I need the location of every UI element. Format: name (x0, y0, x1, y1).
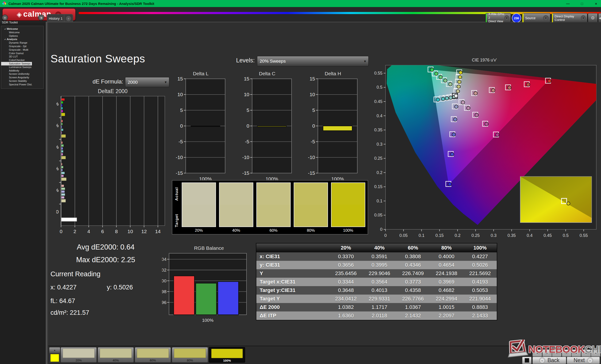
sidebar-item-colorchecker[interactable]: ColorChecker (1, 58, 43, 62)
sidebar-item-options[interactable]: Options (1, 34, 43, 38)
sidebar-item-spectral-power-dist-[interactable]: Spectral Power Dist. (1, 83, 43, 86)
swatch-label: 100% (331, 227, 365, 234)
transport-icon: ▪ (556, 352, 557, 355)
swatch-column-40%: 40% (219, 182, 253, 234)
sidebar-item-label: Screen Angularity (9, 76, 29, 79)
tab-history-1[interactable]: History 1 (47, 14, 64, 22)
tree-expand-icon[interactable]: ◢ (4, 38, 5, 41)
svg-text:10: 10 (128, 229, 133, 234)
workflow-dot-button[interactable]: ● (2, 15, 8, 21)
table-row: Y235.6456229.9046226.7409224.1938221.569… (256, 269, 497, 278)
transport-button-7[interactable]: ▪ (591, 349, 601, 357)
table-value-cell: 1.1717 (363, 303, 396, 311)
sidebar-item-welcome[interactable]: ◢Welcome (1, 27, 43, 31)
svg-text:-5: -5 (245, 139, 249, 144)
collapse-panel-button[interactable]: ◀ (598, 13, 601, 23)
transport-button-1[interactable]: ▪ (532, 349, 542, 357)
pattern-button-60%[interactable]: 60% (135, 347, 171, 363)
pattern-button-40%[interactable]: 40% (98, 347, 134, 363)
levels-select[interactable]: 20% Sweeps ▼ (257, 56, 369, 66)
transport-button-4[interactable]: ▪ (562, 349, 571, 357)
back-arrow-icon: « (539, 357, 545, 363)
display-control-status-bar (552, 13, 553, 22)
swatch-label: 40% (219, 227, 253, 234)
sidebar-item-analysis[interactable]: ◢Analysis (1, 38, 43, 41)
sidebar-item-additivity[interactable]: Additivity (1, 69, 43, 72)
svg-text:96: 96 (162, 300, 166, 305)
expand-arrow-icon[interactable]: ▲ (49, 347, 60, 353)
pattern-expander-tile[interactable]: ▲ (49, 347, 60, 363)
settings-button[interactable]: ⚙ (588, 13, 598, 23)
table-column-header: 60% (396, 243, 430, 252)
sidebar-item-grayscale-2pt[interactable]: Grayscale - 2pt (1, 45, 43, 48)
svg-text:0.1: 0.1 (377, 199, 382, 203)
sidebar-divider[interactable] (46, 22, 48, 364)
display-control-button[interactable]: Direct Display Control ▼ (552, 13, 587, 23)
deltae2000-chart: 02468101214100%80%60%40%20%100 (56, 94, 169, 235)
transport-icon: ▪ (595, 352, 596, 355)
svg-text:0.5: 0.5 (563, 233, 569, 238)
sidebar-item-color-gamut[interactable]: Color Gamut (1, 52, 43, 55)
sidebar-item-screen-uniformity[interactable]: Screen Uniformity (1, 72, 43, 76)
svg-text:0.25: 0.25 (374, 156, 382, 161)
pattern-button-100%[interactable]: 100% (209, 347, 245, 363)
reading-count-badge: 236 (512, 13, 521, 23)
sidebar-item-label: Saturation Sweeps (9, 62, 30, 66)
transport-icon: ▪ (547, 352, 548, 355)
chevron-down-icon[interactable]: ▼ (581, 15, 586, 21)
sidebar-item-grayscale-multi[interactable]: Grayscale - Multi (1, 48, 43, 52)
sidebar-item-luminance-sweeps[interactable]: Luminance Sweeps (1, 66, 43, 69)
meter-button[interactable]: X-Rite i1Pro 2 Direct View ▼ (485, 13, 511, 23)
transport-icon: ▪ (537, 352, 538, 355)
sidebar-item-3d-lut[interactable]: 3D LUT (1, 55, 43, 58)
pattern-button-20%[interactable]: 20% (60, 347, 97, 363)
table-value-cell: 0.4193 (463, 278, 497, 286)
table-value-cell: 0.3591 (363, 252, 396, 261)
back-label: Back (548, 357, 560, 364)
table-value-cell: 1.6360 (329, 311, 363, 320)
sidebar-item-screen-stability[interactable]: Screen Stability (1, 79, 43, 83)
table-row: Target x:CIE310.33440.35640.37730.39690.… (256, 278, 497, 286)
back-button[interactable]: « Back (532, 357, 566, 364)
source-button[interactable]: Source ▼ (522, 13, 550, 23)
svg-text:0: 0 (180, 123, 183, 129)
next-button[interactable]: Next » (567, 357, 600, 364)
de-formula-select[interactable]: 2000 ▼ (125, 77, 169, 87)
table-value-cell: 2.1432 (396, 311, 430, 320)
svg-text:2: 2 (73, 229, 76, 234)
sidebar-item-dynamic-range[interactable]: Dynamic Range (1, 41, 43, 45)
sidebar-collapse-button[interactable]: ◀ (38, 15, 44, 21)
table-value-cell: 234.0412 (329, 295, 363, 303)
sidebar-item-label: Color Gamut (9, 52, 23, 55)
chevron-down-icon: ▼ (164, 80, 167, 84)
sidebar-item-label: Spectral Power Dist. (9, 83, 32, 86)
actual-row-label: Actual (172, 181, 181, 207)
transport-button-5[interactable]: ▪ (571, 349, 581, 357)
swatch-box-80% (294, 182, 328, 227)
table-row: ΔE ITP1.63602.01182.14322.20972.1433 (256, 311, 497, 320)
chevron-left-icon: ◀ (40, 16, 42, 19)
close-button[interactable]: × (593, 2, 599, 6)
pattern-button-80%[interactable]: 80% (172, 347, 208, 363)
transport-button-6[interactable]: ▪ (581, 349, 591, 357)
svg-text:0.3: 0.3 (491, 233, 497, 238)
app-icon (2, 1, 6, 6)
svg-text:0.2: 0.2 (377, 170, 382, 175)
stop-button[interactable] (522, 357, 531, 364)
svg-text:20%: 20% (56, 187, 59, 193)
maximize-button[interactable]: □ (579, 2, 585, 6)
table-value-cell: 229.9331 (363, 295, 396, 303)
minimize-button[interactable]: — (565, 2, 571, 6)
add-tab-button[interactable]: + (64, 14, 73, 22)
sidebar-item-saturation-sweeps[interactable]: Saturation Sweeps (1, 62, 32, 66)
tree-expand-icon[interactable]: ◢ (4, 27, 5, 31)
sidebar-item-welcome[interactable]: Welcome (1, 31, 43, 34)
sidebar-item-screen-angularity[interactable]: Screen Angularity (1, 76, 43, 79)
target-swatch (331, 205, 365, 227)
swatch-column-60%: 60% (256, 182, 291, 234)
transport-button-3[interactable]: ▪ (552, 349, 561, 357)
chevron-down-icon[interactable]: ▼ (504, 15, 509, 21)
table-row-label: ΔE 2000 (256, 303, 329, 311)
transport-button-2[interactable]: ▪ (542, 349, 552, 357)
chevron-down-icon[interactable]: ▼ (543, 15, 549, 21)
